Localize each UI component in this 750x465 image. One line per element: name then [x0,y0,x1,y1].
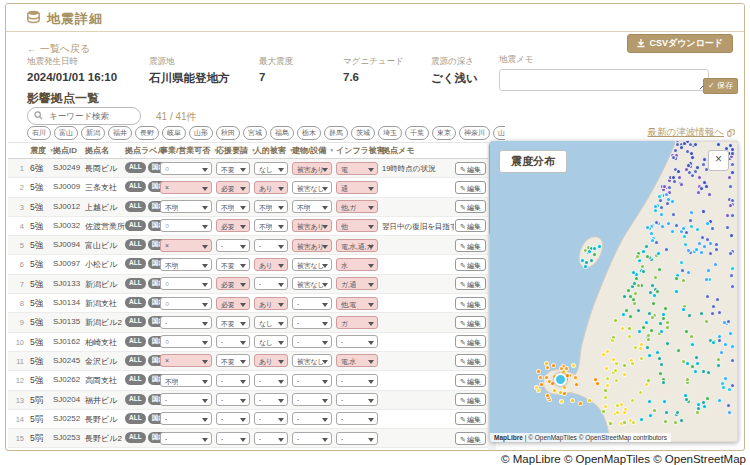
building-damage-select[interactable]: 不明 [292,200,332,213]
support-request-select[interactable]: - [216,374,250,387]
prefecture-pill[interactable]: 栃木 [297,126,321,140]
infra-damage-select[interactable]: 他 [336,219,378,232]
human-damage-select[interactable]: あり [254,297,288,310]
business-status-select[interactable]: ○ [160,297,212,310]
prefecture-pill[interactable]: 山形 [189,126,213,140]
human-damage-select[interactable]: あり [254,258,288,271]
human-damage-select[interactable]: - [254,393,288,406]
building-damage-select[interactable]: - [292,393,332,406]
infra-damage-select[interactable]: 電,水 [336,354,378,367]
edit-button[interactable]: ✎編集 [455,200,486,213]
infra-damage-select[interactable]: - [336,393,378,406]
edit-button[interactable]: ✎編集 [455,412,486,425]
column-header-5[interactable]: 事業/営業可否▼ [160,145,218,156]
business-status-select[interactable]: × [160,354,212,367]
memo-save-button[interactable]: ✓ 保存 [703,78,738,94]
edit-button[interactable]: ✎編集 [455,393,486,406]
human-damage-select[interactable]: なし [254,335,288,348]
infra-damage-select[interactable]: ガ,通 [336,277,378,290]
infra-damage-select[interactable]: 他,電 [336,297,378,310]
infra-damage-select[interactable]: 通 [336,181,378,194]
back-to-list-link[interactable]: ← 一覧へ戻る [27,42,90,56]
support-request-select[interactable]: 不要 [216,258,250,271]
business-status-select[interactable]: - [160,412,212,425]
building-damage-select[interactable]: 被害なし [292,258,332,271]
prefecture-pill[interactable]: 福井 [108,126,132,140]
prefecture-pill[interactable]: 長野 [135,126,159,140]
human-damage-select[interactable]: なし [254,162,288,175]
support-request-select[interactable]: 不明 [216,200,250,213]
building-damage-select[interactable]: - [292,374,332,387]
human-damage-select[interactable]: - [254,239,288,252]
prefecture-pill[interactable]: 富山 [54,126,78,140]
search-input[interactable] [47,109,137,123]
prefecture-pill[interactable]: 千葉 [405,126,429,140]
business-status-select[interactable]: - [160,393,212,406]
edit-button[interactable]: ✎編集 [455,432,486,445]
support-request-select[interactable]: 不要 [216,354,250,367]
business-status-select[interactable]: 不明 [160,258,212,271]
infra-damage-select[interactable]: - [336,374,378,387]
latest-tsunami-link[interactable]: 最新の津波情報へ [648,126,735,139]
support-request-select[interactable]: 不要 [216,316,250,329]
prefecture-pill[interactable]: 福島 [270,126,294,140]
human-damage-select[interactable]: あり [254,354,288,367]
infra-damage-select[interactable]: ガ [336,316,378,329]
infra-damage-select[interactable]: - [336,432,378,445]
building-damage-select[interactable]: - [292,335,332,348]
prefecture-pill[interactable]: 東京 [432,126,456,140]
infra-damage-select[interactable]: 電 [336,162,378,175]
edit-button[interactable]: ✎編集 [455,335,486,348]
edit-button[interactable]: ✎編集 [455,374,486,387]
business-status-select[interactable]: - [160,316,212,329]
building-damage-select[interactable]: 被害あり [292,239,332,252]
csv-download-button[interactable]: CSVダウンロード [627,34,733,53]
building-damage-select[interactable]: 被害あり [292,219,332,232]
prefecture-pill[interactable]: 埼玉 [378,126,402,140]
prefecture-pill[interactable]: 群馬 [324,126,348,140]
building-damage-select[interactable]: 被害なし [292,277,332,290]
human-damage-select[interactable]: あり [254,181,288,194]
business-status-select[interactable]: - [160,432,212,445]
building-damage-select[interactable]: - [292,297,332,310]
support-request-select[interactable]: - [216,432,250,445]
support-request-select[interactable]: 必要 [216,277,250,290]
building-damage-select[interactable]: 被害なし [292,354,332,367]
building-damage-select[interactable]: 被害あり [292,162,332,175]
prefecture-pill[interactable]: 茨城 [351,126,375,140]
support-request-select[interactable]: - [216,412,250,425]
support-request-select[interactable]: - [216,335,250,348]
business-status-select[interactable]: ○ [160,277,212,290]
support-request-select[interactable]: 必要 [216,219,250,232]
edit-button[interactable]: ✎編集 [455,219,486,232]
map-close-button[interactable]: × [708,150,729,171]
column-header-1[interactable]: 震度▼ [30,145,54,156]
building-damage-select[interactable]: 被害なし [292,181,332,194]
prefecture-pill[interactable]: 神奈川 [459,126,490,140]
infra-damage-select[interactable]: 電,水,通,ガ,他 [336,239,378,252]
edit-button[interactable]: ✎編集 [455,297,486,310]
infra-damage-select[interactable]: 他,ガ [336,200,378,213]
prefecture-pill[interactable]: 石川 [27,126,51,140]
human-damage-select[interactable]: - [254,432,288,445]
edit-button[interactable]: ✎編集 [455,354,486,367]
human-damage-select[interactable]: 不明 [254,219,288,232]
support-request-select[interactable]: 必要 [216,297,250,310]
support-request-select[interactable]: 不要 [216,162,250,175]
building-damage-select[interactable]: - [292,432,332,445]
edit-button[interactable]: ✎編集 [455,316,486,329]
infra-damage-select[interactable]: 水 [336,258,378,271]
business-status-select[interactable]: 不明 [160,374,212,387]
edit-button[interactable]: ✎編集 [455,239,486,252]
prefecture-pill[interactable]: 山梨 [493,126,505,140]
quake-memo-input[interactable] [499,69,709,91]
edit-button[interactable]: ✎編集 [455,258,486,271]
prefecture-pill[interactable]: 岐阜 [162,126,186,140]
infra-damage-select[interactable]: - [336,412,378,425]
human-damage-select[interactable]: - [254,277,288,290]
building-damage-select[interactable]: - [292,316,332,329]
business-status-select[interactable]: × [160,181,212,194]
prefecture-pill[interactable]: 宮城 [243,126,267,140]
support-request-select[interactable]: 必要 [216,181,250,194]
column-header-8[interactable]: 建物/設備▼ [292,145,334,156]
